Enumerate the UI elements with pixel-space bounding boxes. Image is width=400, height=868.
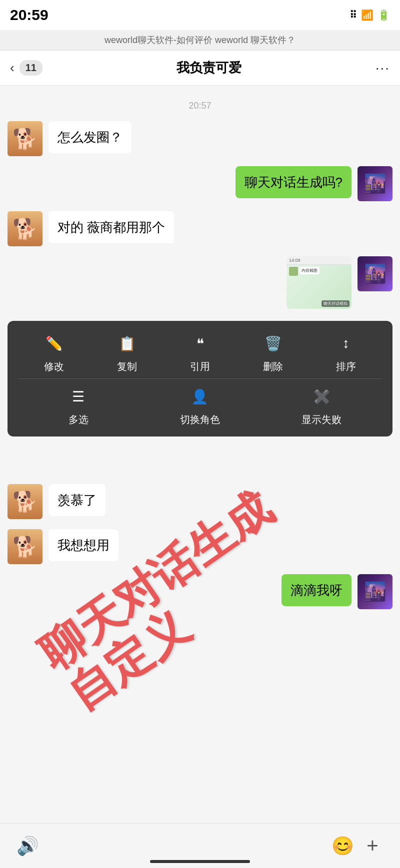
- message-bubble[interactable]: 我想想用: [48, 529, 118, 561]
- context-menu-row-2: ☰ 多选 👤 切换角色 ✖️ 显示失败: [18, 384, 382, 426]
- avatar-image: [8, 529, 42, 564]
- message-bubble[interactable]: 羡慕了: [48, 484, 106, 516]
- avatar-right-image: 🌆: [358, 574, 392, 609]
- delete-icon: 🗑️: [260, 331, 286, 356]
- multiselect-icon: ☰: [66, 384, 91, 409]
- avatar-right: 🌆: [358, 166, 392, 201]
- home-indicator: [150, 860, 250, 863]
- menu-label-hide-fail: 显示失败: [302, 413, 342, 426]
- menu-label-edit: 修改: [44, 360, 64, 373]
- avatar: [8, 529, 42, 564]
- plus-icon: +: [366, 834, 378, 857]
- message-row: 对的 薇商都用那个: [8, 211, 392, 246]
- chat-title: 我负责可爱: [176, 59, 242, 77]
- menu-item-edit[interactable]: ✏️ 修改: [29, 331, 79, 373]
- time-display: 20:59: [10, 7, 48, 24]
- nav-back-button[interactable]: ‹ 11: [10, 60, 42, 76]
- sort-icon: ↕️: [334, 331, 358, 356]
- nav-header: ‹ 11 我负责可爱 ···: [0, 51, 400, 86]
- status-icons: ⠿ 📶 🔋: [350, 9, 390, 21]
- menu-item-sort[interactable]: ↕️ 排序: [321, 331, 371, 373]
- emoji-icon: 😊: [332, 835, 354, 856]
- menu-item-hide-fail[interactable]: ✖️ 显示失败: [296, 384, 346, 426]
- menu-label-quote: 引用: [190, 360, 210, 373]
- avatar: [8, 211, 42, 246]
- avatar-image: [8, 121, 42, 156]
- grid-icon: ⠿: [350, 9, 357, 21]
- more-options-button[interactable]: ···: [376, 60, 390, 76]
- message-row: 🌆 滴滴我呀: [8, 574, 392, 609]
- chat-area: 20:57 怎么发圈？ 🌆 聊天对话生成吗? 对的 薇商都用那个 🌆: [0, 86, 400, 861]
- avatar-right-image: 🌆: [358, 256, 392, 291]
- notification-badge: 11: [20, 60, 42, 76]
- context-menu: ✏️ 修改 📋 复制 ❝ 引用 🗑️ 删除 ↕️ 排序: [8, 321, 392, 437]
- switch-role-icon: 👤: [188, 384, 212, 409]
- voice-button[interactable]: 🔊: [12, 831, 42, 861]
- copy-icon: 📋: [114, 331, 140, 356]
- avatar-image: [8, 484, 42, 519]
- menu-item-copy[interactable]: 📋 复制: [102, 331, 152, 373]
- screenshot-thumbnail[interactable]: 14:09 内容截图 聊天对话模拟: [286, 256, 352, 309]
- avatar: [8, 484, 42, 519]
- back-chevron-icon: ‹: [10, 60, 14, 76]
- menu-item-delete[interactable]: 🗑️ 删除: [248, 331, 298, 373]
- context-menu-row-1: ✏️ 修改 📋 复制 ❝ 引用 🗑️ 删除 ↕️ 排序: [18, 331, 382, 373]
- menu-item-quote[interactable]: ❝ 引用: [175, 331, 225, 373]
- battery-icon: 🔋: [378, 9, 390, 21]
- message-row: 羡慕了: [8, 484, 392, 519]
- emoji-button[interactable]: 😊: [328, 831, 358, 861]
- avatar-right: 🌆: [358, 574, 392, 609]
- menu-label-switch-role: 切换角色: [180, 413, 220, 426]
- chat-timestamp: 20:57: [8, 101, 392, 111]
- watermark-text: 聊天对话生成自定义: [30, 422, 394, 719]
- status-bar: 20:59 ⠿ 📶 🔋: [0, 0, 400, 30]
- message-row: 怎么发圈？: [8, 121, 392, 156]
- menu-item-multiselect[interactable]: ☰ 多选: [54, 384, 104, 426]
- menu-label-delete: 删除: [263, 360, 283, 373]
- message-bubble-sent[interactable]: 滴滴我呀: [282, 574, 352, 606]
- message-bubble-sent[interactable]: 聊天对话生成吗?: [236, 166, 352, 198]
- avatar-image: [8, 211, 42, 246]
- avatar-right: 🌆: [358, 256, 392, 291]
- voice-icon: 🔊: [16, 835, 39, 856]
- quote-icon: ❝: [188, 331, 212, 356]
- avatar-right-image: 🌆: [358, 166, 392, 201]
- message-row: 🌆 聊天对话生成吗?: [8, 166, 392, 201]
- menu-item-switch-role[interactable]: 👤 切换角色: [175, 384, 225, 426]
- message-bubble[interactable]: 对的 薇商都用那个: [48, 211, 174, 243]
- screenshot-label: 聊天对话模拟: [322, 300, 350, 307]
- message-row-with-screenshot: 🌆 14:09 内容截图 聊天对话模拟: [8, 256, 392, 309]
- menu-label-sort: 排序: [336, 360, 356, 373]
- menu-label-copy: 复制: [117, 360, 137, 373]
- browser-hint: weworld聊天软件-如何评价 weworld 聊天软件？: [0, 30, 400, 51]
- avatar: [8, 121, 42, 156]
- message-row: 我想想用: [8, 529, 392, 564]
- menu-label-multiselect: 多选: [68, 413, 88, 426]
- message-bubble[interactable]: 怎么发圈？: [48, 121, 132, 153]
- hide-fail-icon: ✖️: [309, 384, 334, 409]
- edit-icon: ✏️: [42, 331, 66, 356]
- add-button[interactable]: +: [358, 831, 388, 861]
- wifi-icon: 📶: [361, 9, 374, 21]
